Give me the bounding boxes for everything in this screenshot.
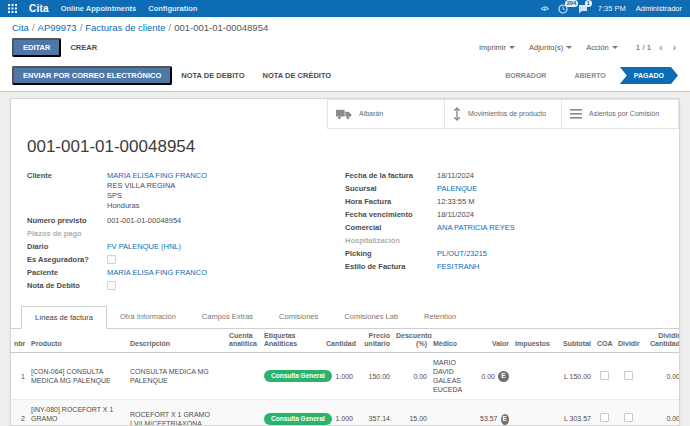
col-valor[interactable]: Valor [477,329,512,353]
user-menu[interactable]: Administrador [636,4,682,13]
pager-next-icon[interactable]: › [671,44,678,52]
action-menu[interactable]: Acción [586,43,618,52]
invoice-line-row[interactable]: 1 [CON-064] CONSULTA MEDICA MG PALENQUE … [11,353,680,400]
estilo-factura-link[interactable]: FESITRANH [437,262,480,271]
breadcrumb-cita[interactable]: Cita [12,22,29,33]
dividir-checkbox[interactable] [624,413,633,422]
col-etiquetas-analiticas[interactable]: Etiquetas Analíticas [261,329,323,353]
app-window: Cita Online Appointments Configuration <… [0,0,690,426]
diario-link[interactable]: FV PALENQUE (HNL) [107,242,181,251]
col-cantidad[interactable]: Cantidad [323,329,356,353]
up-down-arrow-icon [453,107,461,121]
cliente-address-line: Honduras [107,201,207,211]
status-pagado[interactable]: PAGADO [620,67,678,84]
col-dividir[interactable]: Dividir [615,329,642,353]
cell-impuestos [512,400,549,426]
coa-checkbox[interactable] [600,371,609,380]
status-abierto[interactable]: ABIERTO [560,67,619,84]
dividir-checkbox[interactable] [624,371,633,380]
field-numero-previsto: Número previsto 001-001-01-00048954 [27,216,345,225]
control-panel: Cita/AP99973/Facturas de cliente/001-001… [0,17,690,63]
breadcrumb-facturas[interactable]: Facturas de cliente [85,22,165,33]
invoice-form-sheet: Albarán Movimientos de producto Asientos… [10,98,680,426]
coa-checkbox[interactable] [600,413,609,422]
activities-icon[interactable]: 204 [558,4,568,14]
col-impuestos[interactable]: Impuestos [512,329,549,353]
nav-online-appointments[interactable]: Online Appointments [61,4,137,13]
activities-badge: 204 [565,0,578,7]
breadcrumb-separator: / [77,22,86,33]
create-button[interactable]: CREAR [61,40,106,55]
cell-descripcion: ROCEFORT X 1 GRAMO I.V/I.M/CEFTRIAXONA [127,400,226,426]
col-dividir-cantidad[interactable]: Dividir Cantidad [642,329,680,353]
field-label: Picking [345,249,437,258]
table-header-row: nbr Producto Descripción Cuenta analític… [11,329,680,353]
cell-producto: [CON-064] CONSULTA MEDICA MG PALENQUE [28,353,127,400]
app-brand[interactable]: Cita [29,3,49,14]
invoice-line-row[interactable]: 2 [INY-080] ROCEFORT X 1 GRAMO I.V/I.M/C… [11,400,680,426]
list-lines-icon [570,109,582,119]
invoice-number-title: 001-001-01-00048954 [11,129,679,171]
paciente-link[interactable]: MARIA ELISA FING FRANCO [107,268,207,277]
col-descuento[interactable]: Descuento (%) [393,329,430,353]
field-fecha-vencimiento: Fecha vencimiento 18/11/2024 [345,210,663,219]
statusbar: ENVIAR POR CORREO ELECTRÓNICO NOTA DE DE… [0,63,690,92]
cell-nbr: 2 [11,400,28,426]
status-pipeline: BORRADOR ABIERTO PAGADO [491,67,678,84]
sucursal-link[interactable]: PALENQUE [437,184,477,193]
cliente-link[interactable]: MARIA ELISA FING FRANCO [107,171,207,181]
tax-badge: E [498,371,509,382]
field-value: 12:33:55 M [437,197,475,206]
col-producto[interactable]: Producto [28,329,127,353]
col-nbr[interactable]: nbr [11,329,28,353]
picking-link[interactable]: PL/OUT/23215 [437,249,487,258]
breadcrumb-current: 001-001-01-00048954 [174,22,268,33]
comercial-link[interactable]: ANA PATRICIA REYES [437,223,515,232]
cell-precio: 357.14 [356,400,393,426]
tab-otra-informacion[interactable]: Otra Información [107,306,189,328]
breadcrumb-ap[interactable]: AP99973 [38,22,77,33]
print-menu[interactable]: Imprimir [479,43,515,52]
tab-retention[interactable]: Retention [411,306,469,328]
cell-valor-impuesto: 53.57E [477,400,512,426]
nota-debito-checkbox[interactable] [107,281,116,290]
commission-entries-smart-button[interactable]: Asientos por Comisión [561,99,679,129]
cell-medico [430,400,477,426]
col-cuenta-analitica[interactable]: Cuenta analítica [226,329,261,353]
invoice-lines-table: nbr Producto Descripción Cuenta analític… [11,329,680,426]
tab-campos-extras[interactable]: Campos Extras [189,306,266,328]
debit-note-button[interactable]: NOTA DE DEBITO [172,68,253,83]
col-precio-unitario[interactable]: Precio unitario [356,329,393,353]
product-moves-smart-button[interactable]: Movimientos de producto [444,99,562,129]
field-value: 18/11/2024 [437,171,474,180]
col-coa[interactable]: COA [594,329,615,353]
col-subtotal[interactable]: Subtotal [549,329,594,353]
tab-lineas-de-factura[interactable]: Líneas de factura [21,306,107,329]
tax-badge: E [501,414,509,425]
breadcrumb-separator: / [29,22,38,33]
tab-comisiones-lab[interactable]: Comisiones Lab [331,306,411,328]
field-label: Diario [27,242,107,251]
developer-mode-icon[interactable]: </> [541,5,548,12]
pager-previous-icon[interactable]: ‹ [657,44,664,52]
col-descripcion[interactable]: Descripción [127,329,226,353]
cliente-address-line: RES VILLA REGINA [107,181,207,191]
aseguradora-checkbox[interactable] [107,255,116,264]
apps-grid-icon[interactable] [8,4,17,13]
status-borrador[interactable]: BORRADOR [491,67,560,84]
field-label: Hora Factura [345,197,437,206]
edit-button[interactable]: EDITAR [12,38,61,57]
field-estilo-factura: Estilo de Factura FESITRANH [345,262,663,271]
messages-icon[interactable]: 1 [578,4,588,14]
credit-note-button[interactable]: NOTA DE CRÉDITO [254,68,341,83]
cliente-address-line: SPS [107,191,207,201]
field-label: Paciente [27,268,107,277]
attachments-menu[interactable]: Adjunto(s) [529,43,572,52]
field-nota-de-debito: Nota de Debito [27,281,345,290]
delivery-smart-button[interactable]: Albarán [327,99,445,129]
col-medico[interactable]: Médico [430,329,477,353]
field-label: Sucursal [345,184,437,193]
nav-configuration[interactable]: Configuration [148,4,197,13]
tab-comisiones[interactable]: Comisiones [266,306,331,328]
send-email-button[interactable]: ENVIAR POR CORREO ELECTRÓNICO [12,66,172,85]
